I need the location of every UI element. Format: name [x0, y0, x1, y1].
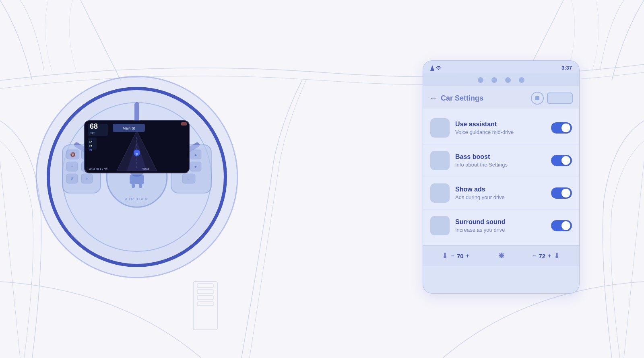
svg-rect-14 [139, 184, 142, 188]
setting-icon-show-ads [430, 183, 450, 203]
dot-1 [478, 77, 483, 83]
setting-desc-show-ads: Ads during your drive [455, 194, 545, 200]
app-header: ← Car Settings [423, 86, 579, 109]
climate-bar: 🌡 − 70 + ❋ − 72 + 🌡 [423, 245, 579, 266]
setting-name-surround-sound: Surround sound [455, 218, 545, 226]
heat-right-icon: 🌡 [553, 252, 561, 260]
setting-icon-surround-sound [430, 216, 450, 235]
rect-button[interactable] [547, 93, 573, 104]
dot-4 [519, 77, 524, 83]
setting-item-bass-boost: Bass boost Info about the Settings [423, 144, 579, 177]
climate-right-value: 72 [539, 253, 545, 259]
setting-name-use-assistant: Use assistant [455, 121, 545, 128]
setting-text-use-assistant: Use assistant Voice guidance mid-drive [455, 121, 545, 135]
svg-rect-12 [130, 175, 144, 184]
svg-text:Main St: Main St [123, 126, 135, 130]
setting-text-surround-sound: Surround sound Increase as you drive [455, 218, 545, 233]
climate-right-minus[interactable]: − [533, 253, 536, 259]
dot-2 [491, 77, 497, 83]
svg-text:🎙: 🎙 [70, 177, 74, 181]
svg-text:▼: ▼ [194, 165, 198, 169]
status-bar-left [430, 65, 442, 71]
status-bar: 3:37 [423, 61, 579, 73]
phone-panel: 3:37 ← Car Settings Use assistant Voice … [423, 60, 580, 294]
climate-right: − 72 + 🌡 [533, 252, 561, 260]
svg-text:Route: Route [142, 167, 149, 170]
dot-3 [505, 77, 511, 83]
svg-text:+: + [86, 176, 88, 181]
setting-icon-bass-boost [430, 151, 450, 170]
toggle-knob-bass-boost [561, 156, 570, 165]
header-right [531, 92, 573, 105]
setting-item-surround-sound: Surround sound Increase as you drive [423, 210, 579, 242]
setting-desc-use-assistant: Voice guidance mid-drive [455, 129, 545, 135]
svg-text:🔇: 🔇 [70, 152, 76, 157]
toggle-surround-sound[interactable] [551, 220, 572, 231]
stop-icon [535, 96, 539, 100]
status-time: 3:37 [561, 65, 572, 71]
svg-text:P: P [89, 140, 92, 144]
dots-row [423, 73, 579, 86]
toggle-knob-use-assistant [561, 123, 570, 132]
setting-text-bass-boost: Bass boost Info about the Settings [455, 153, 545, 168]
svg-text:N: N [89, 148, 92, 152]
svg-rect-58 [181, 122, 187, 126]
svg-marker-59 [430, 65, 434, 71]
setting-desc-surround-sound: Increase as you drive [455, 227, 545, 233]
setting-item-show-ads: Show ads Ads during your drive [423, 177, 579, 210]
wifi-icon [436, 66, 442, 70]
svg-text:←: ← [187, 177, 191, 181]
svg-text:AIR BAG: AIR BAG [125, 197, 149, 201]
svg-rect-13 [132, 184, 135, 188]
svg-text:68: 68 [90, 122, 98, 130]
climate-left-minus[interactable]: − [451, 253, 454, 259]
svg-text:24.3 mi  ●  77%: 24.3 mi ● 77% [89, 167, 107, 170]
climate-left-plus[interactable]: + [466, 253, 469, 259]
stop-button[interactable] [531, 92, 544, 105]
svg-text:R: R [89, 144, 92, 148]
toggle-show-ads[interactable] [551, 187, 572, 199]
svg-text:mph: mph [90, 131, 95, 134]
climate-center: ❋ [498, 251, 504, 260]
header-title: Car Settings [441, 94, 483, 103]
settings-list: Use assistant Voice guidance mid-drive B… [423, 109, 579, 245]
steering-wheel-container: AIR BAG 🔇 ⏮ − ⏭ 🎙 + ☰ ▲ ✓ [24, 32, 250, 306]
toggle-knob-surround-sound [561, 221, 570, 230]
climate-left-value: 70 [457, 253, 464, 259]
toggle-use-assistant[interactable] [551, 122, 572, 134]
setting-desc-bass-boost: Info about the Settings [455, 162, 545, 168]
setting-item-use-assistant: Use assistant Voice guidance mid-drive [423, 112, 579, 144]
toggle-bass-boost[interactable] [551, 155, 572, 166]
fan-icon: ❋ [498, 251, 504, 260]
setting-icon-use-assistant [430, 118, 450, 138]
header-left: ← Car Settings [429, 94, 483, 103]
toggle-knob-show-ads [561, 189, 570, 198]
heat-left-icon: 🌡 [442, 252, 449, 260]
back-button[interactable]: ← [429, 94, 438, 103]
climate-right-plus[interactable]: + [548, 253, 551, 259]
setting-name-show-ads: Show ads [455, 186, 545, 193]
climate-left: 🌡 − 70 + [442, 252, 469, 260]
setting-name-bass-boost: Bass boost [455, 153, 545, 160]
setting-text-show-ads: Show ads Ads during your drive [455, 186, 545, 200]
signal-icon [430, 65, 434, 71]
svg-text:▲: ▲ [194, 152, 198, 157]
svg-text:−: − [71, 164, 73, 169]
